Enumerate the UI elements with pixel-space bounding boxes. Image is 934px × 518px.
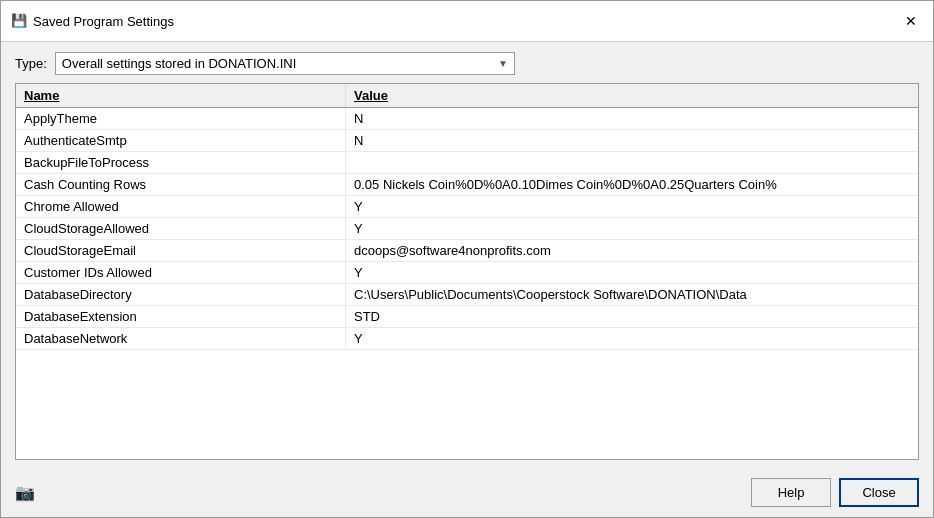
dialog-icon: 💾 (11, 13, 27, 29)
table-row[interactable]: DatabaseExtensionSTD (16, 306, 918, 328)
column-header-value: Value (346, 84, 918, 107)
close-button[interactable]: Close (839, 478, 919, 507)
title-bar: 💾 Saved Program Settings ✕ (1, 1, 933, 42)
table-cell-value: STD (346, 306, 918, 327)
table-cell-name: DatabaseExtension (16, 306, 346, 327)
table-cell-value: Y (346, 196, 918, 217)
table-row[interactable]: CloudStorageEmaildcoops@software4nonprof… (16, 240, 918, 262)
table-cell-name: Cash Counting Rows (16, 174, 346, 195)
table-cell-name: DatabaseDirectory (16, 284, 346, 305)
dialog-title: Saved Program Settings (33, 14, 893, 29)
type-row: Type: Overall settings stored in DONATIO… (15, 52, 919, 75)
help-button[interactable]: Help (751, 478, 831, 507)
dialog-window: 💾 Saved Program Settings ✕ Type: Overall… (0, 0, 934, 518)
table-cell-name: CloudStorageEmail (16, 240, 346, 261)
footer-buttons: Help Close (751, 478, 919, 507)
table-cell-name: ApplyTheme (16, 108, 346, 129)
table-body: ApplyThemeNAuthenticateSmtpNBackupFileTo… (16, 108, 918, 459)
table-cell-name: DatabaseNetwork (16, 328, 346, 349)
title-close-button[interactable]: ✕ (899, 9, 923, 33)
table-cell-value: Y (346, 218, 918, 239)
table-cell-name: Chrome Allowed (16, 196, 346, 217)
table-cell-value: 0.05 Nickels Coin%0D%0A0.10Dimes Coin%0D… (346, 174, 918, 195)
table-row[interactable]: ApplyThemeN (16, 108, 918, 130)
dialog-footer: 📷 Help Close (1, 470, 933, 517)
table-row[interactable]: BackupFileToProcess (16, 152, 918, 174)
table-cell-value: dcoops@software4nonprofits.com (346, 240, 918, 261)
settings-table: Name Value ApplyThemeNAuthenticateSmtpNB… (15, 83, 919, 460)
column-header-name: Name (16, 84, 346, 107)
type-dropdown[interactable]: Overall settings stored in DONATION.INI … (55, 52, 515, 75)
table-cell-name: BackupFileToProcess (16, 152, 346, 173)
table-cell-value: N (346, 108, 918, 129)
table-cell-value (346, 152, 918, 173)
table-cell-name: AuthenticateSmtp (16, 130, 346, 151)
table-header: Name Value (16, 84, 918, 108)
table-cell-name: CloudStorageAllowed (16, 218, 346, 239)
table-cell-value: N (346, 130, 918, 151)
table-cell-name: Customer IDs Allowed (16, 262, 346, 283)
table-cell-value: Y (346, 328, 918, 349)
camera-icon: 📷 (15, 483, 35, 502)
table-row[interactable]: AuthenticateSmtpN (16, 130, 918, 152)
table-row[interactable]: Customer IDs AllowedY (16, 262, 918, 284)
footer-left: 📷 (15, 483, 35, 502)
type-dropdown-value: Overall settings stored in DONATION.INI (62, 56, 297, 71)
type-label: Type: (15, 56, 47, 71)
table-row[interactable]: DatabaseNetworkY (16, 328, 918, 350)
chevron-down-icon: ▼ (498, 58, 508, 69)
table-row[interactable]: CloudStorageAllowedY (16, 218, 918, 240)
table-row[interactable]: Cash Counting Rows0.05 Nickels Coin%0D%0… (16, 174, 918, 196)
table-row[interactable]: Chrome AllowedY (16, 196, 918, 218)
table-cell-value: Y (346, 262, 918, 283)
dialog-content: Type: Overall settings stored in DONATIO… (1, 42, 933, 470)
table-row[interactable]: DatabaseDirectoryC:\Users\Public\Documen… (16, 284, 918, 306)
table-cell-value: C:\Users\Public\Documents\Cooperstock So… (346, 284, 918, 305)
